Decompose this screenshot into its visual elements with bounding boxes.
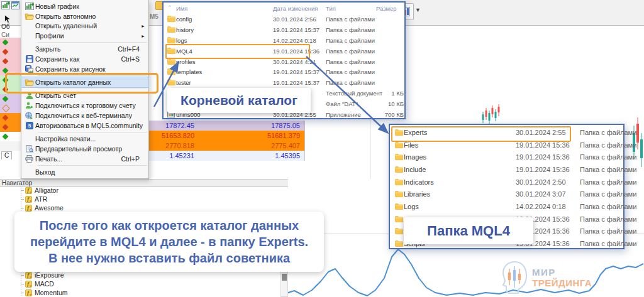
mql4-row-orange-box: [165, 44, 310, 59]
market-watch-row[interactable]: 2770.8182775.407: [149, 141, 304, 151]
file-row-Indicators[interactable]: Indicators30.01.2024 2:50Папка с файлами: [390, 176, 623, 188]
navigator-item-Momentum[interactable]: fMomentum: [21, 288, 68, 297]
menu-item-2[interactable]: Открыть удаленный►: [21, 21, 148, 31]
column-header-date[interactable]: Дата изменения: [273, 5, 318, 12]
symbol-row[interactable]: [0, 57, 21, 66]
bid-price: 2770.818: [149, 142, 194, 149]
navigator-item-label: Awesome: [35, 204, 64, 212]
navigator-item-iExposure[interactable]: fiExposure: [21, 271, 68, 279]
menu-item-label: Подключиться к веб-терминалу: [35, 112, 140, 119]
file-row-Logs[interactable]: Logs14.02.2024 0:18Папка с файлами: [390, 200, 623, 213]
navigator-item-label: ATR: [35, 195, 47, 203]
cell-type: Папка с файлами: [326, 68, 375, 75]
new-chart-toolbar-icon[interactable]: [1, 1, 10, 9]
symbol-row[interactable]: [0, 132, 21, 141]
cell-name: templates: [176, 68, 202, 75]
menu-item-label: Профили: [35, 32, 140, 40]
ask-price: 17875.05: [194, 122, 300, 129]
annotation-line: перейдите в MQL4 и далее - в папку Exper…: [14, 234, 324, 250]
cell-name: Libraries: [404, 190, 430, 198]
explorer-window-root: ^ Имя Дата изменения Тип Размер config30…: [162, 1, 406, 119]
folder-icon: [395, 215, 403, 222]
navigator-item-Awesome[interactable]: fAwesome: [21, 203, 64, 212]
tree-tick: [21, 293, 24, 293]
cell-date: 30.01.2024 2:50: [516, 178, 566, 186]
file-row-Images[interactable]: Images19.01.2024 15:36Папка с файлами: [390, 151, 623, 163]
file-row-templates[interactable]: templates19.01.2024 15:37Папка с файлами: [164, 67, 404, 77]
menu-item-label: Новый график: [35, 3, 140, 10]
file-row-tester[interactable]: tester19.01.2024 15:37Папка с файлами: [164, 77, 404, 88]
menu-item-1[interactable]: Открыть автономно: [21, 11, 148, 21]
cell-name: history: [176, 26, 194, 33]
menu-item-16[interactable]: Настройка печати...: [21, 134, 148, 144]
column-header-name[interactable]: Имя: [176, 5, 188, 12]
file-row-history[interactable]: history19.01.2024 15:37Папка с файлами: [164, 24, 404, 35]
symbol-row[interactable]: [0, 104, 21, 113]
menu-item-label: Сохранить как: [35, 55, 121, 63]
symbols-tab-clipped[interactable]: С: [1, 151, 12, 159]
menu-item-13[interactable]: Подключиться к веб-терминалу: [21, 111, 148, 121]
price-up-icon: [3, 40, 9, 46]
market-watch-row[interactable]: 17872.4517875.05: [149, 121, 304, 131]
menu-item-5[interactable]: ЗакрытьCtrl+F4: [21, 45, 148, 55]
menu-highlight-orange-box: [5, 73, 158, 94]
price-up-icon: [3, 134, 9, 140]
menu-separator: [38, 165, 147, 166]
bid-price: 1.45231: [149, 152, 194, 159]
tree-tick: [21, 199, 24, 200]
menu-item-6[interactable]: Сохранить какCtrl+S: [21, 54, 148, 64]
folder-icon: [395, 191, 403, 198]
menu-item-label: Закрыть: [35, 45, 118, 53]
symbol-row[interactable]: [0, 141, 21, 151]
watermark-line2: ТРЕЙДИНГА: [532, 278, 592, 288]
navigator-item-Alligator[interactable]: fAlligator: [21, 186, 64, 195]
symbol-row[interactable]: [0, 47, 21, 57]
market-watch-row[interactable]: 1.452311.45395: [149, 151, 304, 161]
menu-item-12[interactable]: Подключиться к торговому счету: [21, 100, 148, 111]
ask-price: 2775.407: [194, 142, 300, 149]
cell-date: 30.01.2024 3:07: [516, 190, 566, 198]
mouse-cursor-icon: [4, 14, 11, 24]
market-watch-row[interactable]: 51653.82051681.379: [149, 131, 304, 141]
file-row-Include[interactable]: Include19.01.2024 15:36Папка с файлами: [390, 163, 623, 176]
save-icon: [23, 55, 35, 63]
menu-item-3[interactable]: Профили►: [21, 31, 148, 41]
chart-window-toolbar-icon[interactable]: [11, 1, 19, 9]
navigator-scrollbar[interactable]: [280, 272, 288, 297]
market-watch-price-table: 17872.4517875.0551653.82051681.3792770.8…: [149, 121, 304, 161]
file-row-Libraries[interactable]: Libraries30.01.2024 3:07Папка с файлами: [390, 188, 623, 201]
folder-icon: [395, 154, 403, 161]
symbol-row[interactable]: [0, 38, 21, 47]
menu-item-label: Печать...: [35, 155, 121, 163]
menu-item-18[interactable]: Печать...Ctrl+P: [21, 154, 148, 164]
menu-item-0[interactable]: Новый график: [21, 1, 148, 11]
market-watch-title-clipped: Об: [1, 23, 10, 30]
indicator-icon: f: [25, 196, 32, 203]
menu-item-17[interactable]: Предварительный просмотр: [21, 144, 148, 154]
cell-type: Папка с файлами: [580, 153, 636, 161]
menu-item-label: Открыть удаленный: [35, 22, 140, 30]
menu-item-label: Подключиться к торговому счету: [35, 102, 140, 109]
cell-size: 10 КБ: [371, 100, 404, 107]
chevron-down-icon[interactable]: ▼: [415, 7, 421, 13]
svg-text:5: 5: [28, 123, 31, 129]
sort-caret-icon[interactable]: ^: [169, 4, 171, 9]
navigator-item-label: iExposure: [35, 271, 64, 279]
column-header-size[interactable]: Размер: [376, 5, 397, 12]
menu-item-14[interactable]: 5Авторизоваться в MQL5.community: [21, 121, 148, 131]
indicator-icon: f: [25, 281, 32, 288]
menu-item-label: Предварительный просмотр: [35, 145, 140, 153]
timeframe-m5-button[interactable]: M5: [150, 13, 158, 20]
file-row-config[interactable]: config30.01.2024 2:56Папка с файлами: [164, 14, 404, 24]
symbol-row[interactable]: [0, 122, 21, 132]
column-header-type[interactable]: Тип: [326, 5, 336, 12]
symbol-row[interactable]: [0, 113, 21, 122]
menu-item-label: Выход: [35, 168, 140, 176]
navigator-item-ATR[interactable]: fATR: [21, 195, 64, 203]
scrollbar-thumb[interactable]: [282, 274, 287, 281]
menu-shortcut: Ctrl+P: [121, 155, 140, 163]
symbol-row[interactable]: [0, 94, 21, 104]
navigator-item-MACD[interactable]: fMACD: [21, 279, 68, 288]
price-down-icon: [3, 49, 9, 55]
menu-item-20[interactable]: Выход: [21, 167, 148, 177]
